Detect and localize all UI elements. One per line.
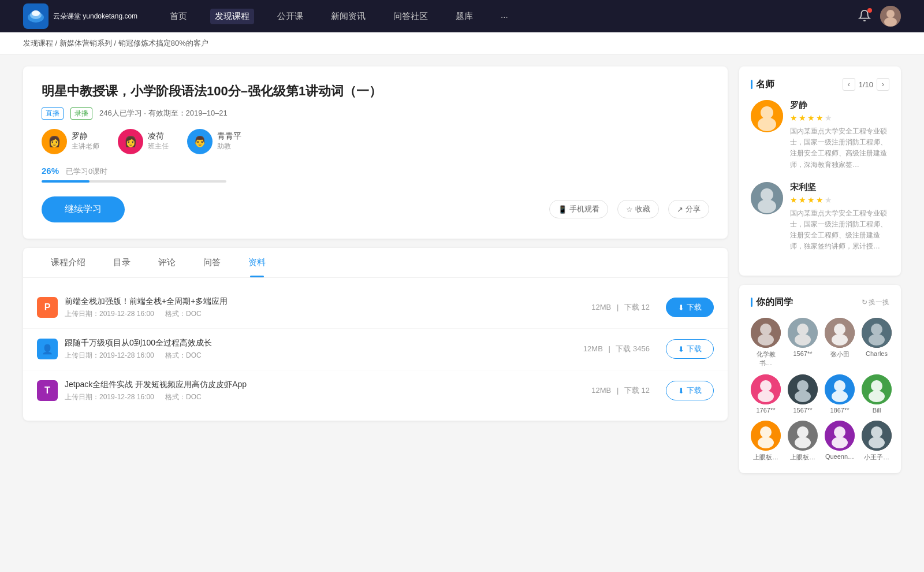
classmate-avatar-3[interactable] [862, 318, 892, 348]
classmate-avatar-7[interactable] [862, 374, 892, 404]
instructor-role-1: 班主任 [148, 142, 169, 151]
refresh-classmates-button[interactable]: ↻ 换一换 [862, 298, 889, 307]
classmate-avatar-1[interactable] [788, 318, 818, 348]
course-card: 明星中教授课，小学阶段语法100分–强化级第1讲动词（一） 直播 录播 246人… [23, 66, 728, 239]
download-button-0[interactable]: ⬇ 下载 [666, 298, 714, 317]
course-meta: 直播 录播 246人已学习 · 有效期至：2019–10–21 [42, 107, 709, 120]
refresh-icon: ↻ [862, 298, 867, 306]
teacher-name-0: 罗静 [790, 100, 889, 111]
svg-point-41 [795, 437, 811, 448]
teacher-info-0: 罗静 ★ ★ ★ ★ ★ 国内某重点大学安全工程专业硕士，国家一级注册消防工程师… [790, 100, 889, 170]
download-icon-1: ⬇ [678, 345, 684, 354]
notification-bell[interactable] [858, 9, 871, 24]
classmate-name-10: Queenn… [825, 453, 854, 460]
logo[interactable]: 云朵课堂 yundoketang.com [23, 3, 137, 29]
classmate-0: 化学教书… [751, 318, 781, 367]
collect-button[interactable]: ☆ 收藏 [617, 200, 659, 218]
course-title: 明星中教授课，小学阶段语法100分–强化级第1讲动词（一） [42, 83, 709, 101]
classmate-5: 1567** [788, 374, 818, 414]
classmate-name-3: Charles [866, 350, 888, 357]
teachers-panel: 名师 ‹ 1/10 › [739, 66, 901, 276]
tab-catalog[interactable]: 目录 [99, 248, 144, 277]
nav-item-home[interactable]: 首页 [165, 9, 192, 24]
prev-page-button[interactable]: ‹ [843, 78, 855, 91]
teachers-panel-title: 名师 [751, 79, 774, 91]
classmate-avatar-5[interactable] [788, 374, 818, 404]
tab-content: P 前端全栈加强版！前端全栈+全周期+多端应用 上传日期：2019-12-28 … [23, 278, 728, 421]
tab-material[interactable]: 资料 [234, 248, 280, 277]
tabs-card: 课程介绍 目录 评论 问答 资料 P 前端全栈加强版！前端全栈+全周期+多端应用… [23, 248, 728, 421]
nav-item-qa[interactable]: 问答社区 [389, 9, 433, 24]
file-info-0: 前端全栈加强版！前端全栈+全周期+多端应用 上传日期：2019-12-28 16… [65, 296, 584, 319]
classmate-avatar-8[interactable] [751, 421, 781, 451]
nav-item-discover[interactable]: 发现课程 [210, 9, 254, 24]
teacher-desc-0: 国内某重点大学安全工程专业硕士，国家一级注册消防工程师、注册安全工程师、高级注册… [790, 126, 889, 170]
classmate-avatar-10[interactable] [825, 421, 855, 451]
continue-study-button[interactable]: 继续学习 [42, 196, 125, 222]
classmate-name-11: 小王子… [864, 453, 889, 462]
classmate-name-0: 化学教书… [751, 350, 781, 367]
next-page-button[interactable]: › [877, 78, 889, 91]
tag-record: 录播 [70, 107, 92, 120]
tab-review[interactable]: 评论 [144, 248, 189, 277]
tab-qa[interactable]: 问答 [189, 248, 234, 277]
download-button-2[interactable]: ⬇ 下载 [666, 381, 714, 400]
share-icon: ↗ [677, 205, 683, 214]
classmate-name-9: 上眼板… [790, 453, 815, 462]
download-button-1[interactable]: ⬇ 下载 [666, 339, 714, 359]
share-button[interactable]: ↗ 分享 [668, 200, 709, 218]
svg-point-43 [834, 426, 845, 438]
file-meta-2: 上传日期：2019-12-28 16:00 格式：DOC [65, 392, 584, 402]
classmate-name-8: 上眼板… [753, 453, 778, 462]
nav-item-news[interactable]: 新闻资讯 [326, 9, 370, 24]
svg-point-17 [795, 334, 811, 346]
svg-point-32 [832, 391, 848, 402]
teacher-desc-1: 国内某重点大学安全工程专业硕士，国家一级注册消防工程师、注册安全工程师、级注册建… [790, 208, 889, 252]
teacher-stars-1: ★ ★ ★ ★ ★ [790, 195, 889, 205]
classmate-avatar-2[interactable] [825, 318, 855, 348]
file-stats-0: 12MB | 下载 12 [591, 302, 650, 313]
mobile-view-button[interactable]: 📱 手机观看 [549, 200, 608, 218]
classmate-avatar-11[interactable] [862, 421, 892, 451]
teachers-pagination: ‹ 1/10 › [843, 78, 889, 91]
classmate-11: 小王子… [862, 421, 892, 462]
teacher-stars-0: ★ ★ ★ ★ ★ [790, 113, 889, 122]
main-layout: 明星中教授课，小学阶段语法100分–强化级第1讲动词（一） 直播 录播 246人… [0, 55, 924, 494]
file-stats-1: 12MB | 下载 3456 [583, 344, 650, 354]
instructor-name-1: 凌荷 [148, 131, 169, 142]
instructor-name-2: 青青平 [217, 131, 241, 142]
file-name-1: 跟随千万级项目从0到100全过程高效成长 [65, 338, 576, 348]
file-info-1: 跟随千万级项目从0到100全过程高效成长 上传日期：2019-12-28 16:… [65, 338, 576, 361]
svg-point-19 [834, 324, 845, 335]
star-1: ★ [790, 113, 798, 122]
breadcrumb-text: 发现课程 / 新媒体营销系列 / 销冠修炼术搞定80%的客户 [23, 39, 208, 47]
user-avatar[interactable] [880, 6, 901, 27]
nav-item-opencourse[interactable]: 公开课 [273, 9, 308, 24]
classmate-name-4: 1767** [756, 407, 775, 414]
svg-point-8 [758, 117, 776, 131]
progress-section: 26% 已学习0课时 [42, 166, 709, 183]
instructor-2: 👨 青青平 助教 [187, 129, 241, 154]
svg-point-44 [832, 437, 848, 448]
svg-point-4 [886, 10, 895, 18]
nav-item-exam[interactable]: 题库 [451, 9, 478, 24]
star-icon: ☆ [626, 205, 633, 214]
tab-intro[interactable]: 课程介绍 [37, 248, 99, 277]
classmate-avatar-0[interactable] [751, 318, 781, 348]
download-icon-0: ⬇ [678, 303, 684, 312]
progress-sub: 已学习0课时 [66, 167, 107, 176]
nav-item-more[interactable]: ··· [496, 9, 513, 24]
classmate-avatar-9[interactable] [788, 421, 818, 451]
instructor-role-2: 助教 [217, 142, 241, 151]
classmates-grid: 化学教书… 1567** 张小田 [751, 318, 889, 462]
instructor-avatar-0: 👩 [42, 129, 67, 154]
phone-icon: 📱 [558, 205, 567, 214]
svg-point-11 [758, 199, 776, 213]
classmate-avatar-6[interactable] [825, 374, 855, 404]
classmate-avatar-4[interactable] [751, 374, 781, 404]
notification-dot [867, 8, 872, 13]
instructor-1: 👩 凌荷 班主任 [118, 129, 169, 154]
logo-icon [23, 3, 49, 29]
classmate-1: 1567** [788, 318, 818, 367]
progress-bar-fill [42, 180, 90, 183]
